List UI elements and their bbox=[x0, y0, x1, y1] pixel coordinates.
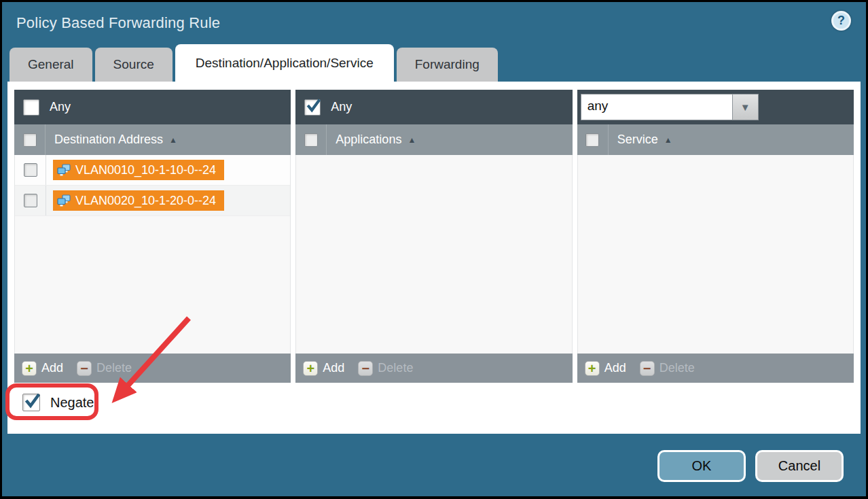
negate-checkbox[interactable] bbox=[22, 394, 40, 411]
delete-button[interactable]: − Delete bbox=[358, 361, 413, 376]
ok-button[interactable]: OK bbox=[657, 450, 746, 482]
service-column-header-label: Service bbox=[609, 133, 658, 147]
applications-actions-bar: + Add − Delete bbox=[295, 354, 572, 383]
add-icon: + bbox=[303, 361, 318, 376]
delete-icon: − bbox=[358, 361, 373, 376]
panel-columns: Any Destination Address ▲ VLAN0010_10-1-… bbox=[14, 90, 854, 383]
applications-column-header[interactable]: Applications ▲ bbox=[295, 124, 572, 155]
destination-any-checkbox[interactable] bbox=[23, 99, 39, 116]
applications-list bbox=[295, 155, 572, 354]
sort-asc-icon: ▲ bbox=[169, 135, 177, 145]
negate-label: Negate bbox=[50, 395, 94, 411]
network-icon bbox=[57, 194, 71, 207]
service-list bbox=[577, 155, 854, 354]
add-button[interactable]: + Add bbox=[22, 361, 63, 376]
row-checkbox[interactable] bbox=[24, 194, 37, 207]
negate-row: Negate bbox=[22, 394, 158, 411]
address-object[interactable]: VLAN0010_10-1-10-0--24 bbox=[53, 160, 224, 180]
delete-button[interactable]: − Delete bbox=[640, 361, 695, 376]
applications-panel: Any Applications ▲ + Add − Delete bbox=[295, 90, 572, 383]
service-dropdown-bar: any ▼ bbox=[577, 90, 854, 124]
address-object-label: VLAN0020_10-1-20-0--24 bbox=[75, 194, 216, 208]
dialog-window: Policy Based Forwarding Rule ? General S… bbox=[0, 0, 868, 499]
destination-column-header[interactable]: Destination Address ▲ bbox=[14, 124, 291, 155]
chevron-down-icon[interactable]: ▼ bbox=[733, 94, 759, 120]
address-object-label: VLAN0010_10-1-10-0--24 bbox=[75, 163, 216, 177]
sort-asc-icon: ▲ bbox=[664, 135, 672, 145]
destination-any-label: Any bbox=[50, 100, 71, 114]
applications-column-header-label: Applications bbox=[327, 133, 401, 147]
destination-actions-bar: + Add − Delete bbox=[14, 354, 291, 383]
title-bar: Policy Based Forwarding Rule ? bbox=[2, 2, 866, 44]
service-select-value: any bbox=[581, 94, 733, 120]
dialog-footer: OK Cancel bbox=[2, 434, 866, 498]
applications-any-label: Any bbox=[331, 100, 352, 114]
cancel-button[interactable]: Cancel bbox=[755, 450, 844, 482]
help-icon[interactable]: ? bbox=[831, 11, 851, 31]
tab-destination-application-service[interactable]: Destination/Application/Service bbox=[175, 44, 394, 82]
sort-asc-icon: ▲ bbox=[408, 135, 416, 145]
page-title: Policy Based Forwarding Rule bbox=[16, 14, 220, 32]
applications-select-all-checkbox[interactable] bbox=[304, 133, 318, 147]
service-any-select[interactable]: any ▼ bbox=[581, 94, 759, 120]
delete-icon: − bbox=[640, 361, 655, 376]
delete-icon: − bbox=[77, 361, 92, 376]
tab-content: Any Destination Address ▲ VLAN0010_10-1-… bbox=[7, 82, 861, 434]
service-select-all-checkbox[interactable] bbox=[585, 133, 599, 147]
row-checkbox[interactable] bbox=[24, 163, 37, 177]
destination-panel: Any Destination Address ▲ VLAN0010_10-1-… bbox=[14, 90, 291, 383]
add-button[interactable]: + Add bbox=[303, 361, 344, 376]
service-panel: any ▼ Service ▲ + Add − bbox=[577, 90, 854, 383]
destination-column-header-label: Destination Address bbox=[46, 133, 163, 147]
table-row: VLAN0010_10-1-10-0--24 bbox=[15, 155, 290, 186]
tab-source[interactable]: Source bbox=[95, 48, 173, 82]
applications-any-checkbox[interactable] bbox=[304, 99, 321, 116]
add-icon: + bbox=[22, 361, 37, 376]
network-icon bbox=[57, 164, 71, 176]
tab-bar: General Source Destination/Application/S… bbox=[2, 44, 866, 82]
service-actions-bar: + Add − Delete bbox=[577, 354, 854, 383]
table-row: VLAN0020_10-1-20-0--24 bbox=[15, 186, 290, 216]
destination-list: VLAN0010_10-1-10-0--24 VLAN0020_10-1-20-… bbox=[14, 155, 291, 354]
add-icon: + bbox=[585, 361, 600, 376]
tab-forwarding[interactable]: Forwarding bbox=[397, 48, 498, 82]
address-object[interactable]: VLAN0020_10-1-20-0--24 bbox=[53, 190, 224, 211]
service-column-header[interactable]: Service ▲ bbox=[577, 124, 854, 155]
applications-any-bar: Any bbox=[295, 90, 572, 124]
destination-select-all-checkbox[interactable] bbox=[23, 133, 37, 147]
add-button[interactable]: + Add bbox=[585, 361, 626, 376]
destination-any-bar: Any bbox=[14, 90, 291, 124]
delete-button[interactable]: − Delete bbox=[77, 361, 132, 376]
tab-general[interactable]: General bbox=[10, 48, 92, 82]
